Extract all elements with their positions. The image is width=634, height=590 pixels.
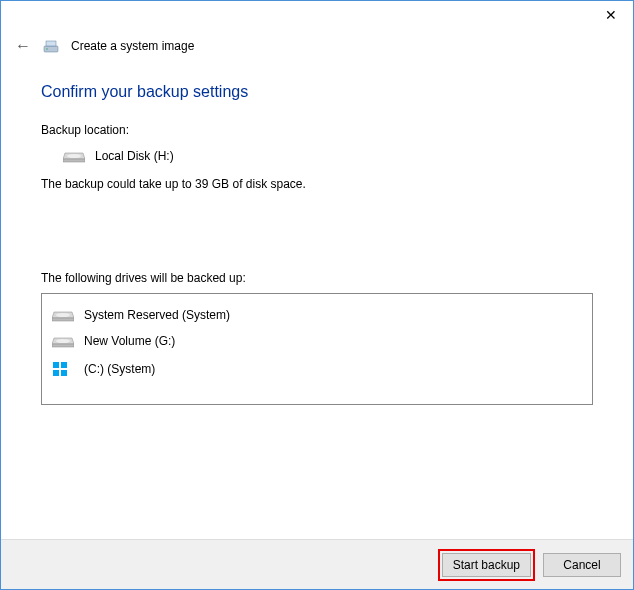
svg-point-6 xyxy=(56,313,70,317)
disk-icon xyxy=(63,149,85,163)
svg-rect-12 xyxy=(61,370,67,376)
svg-rect-0 xyxy=(44,46,58,52)
back-arrow-icon[interactable]: ← xyxy=(15,37,31,55)
header: ← Create a system image xyxy=(1,31,633,63)
drives-label: The following drives will be backed up: xyxy=(41,271,593,285)
drive-row: System Reserved (System) xyxy=(52,302,582,328)
disk-icon xyxy=(52,334,74,348)
svg-rect-3 xyxy=(63,159,85,162)
svg-rect-1 xyxy=(46,41,56,46)
disk-icon xyxy=(52,308,74,322)
drive-row: (C:) (System) xyxy=(52,354,582,384)
backup-location-value: Local Disk (H:) xyxy=(95,149,174,163)
drive-name: System Reserved (System) xyxy=(84,308,230,322)
start-backup-button[interactable]: Start backup xyxy=(442,553,531,577)
page-heading: Confirm your backup settings xyxy=(41,83,593,101)
cancel-button[interactable]: Cancel xyxy=(543,553,621,577)
backup-location-row: Local Disk (H:) xyxy=(41,149,593,163)
system-image-window: ✕ ← Create a system image Confirm your b… xyxy=(0,0,634,590)
app-icon xyxy=(43,38,59,54)
backup-location-label: Backup location: xyxy=(41,123,593,137)
svg-rect-11 xyxy=(53,370,59,376)
backup-size-text: The backup could take up to 39 GB of dis… xyxy=(41,177,593,191)
windows-icon xyxy=(52,360,74,378)
svg-point-4 xyxy=(67,154,81,158)
drive-row: New Volume (G:) xyxy=(52,328,582,354)
footer: Start backup Cancel xyxy=(1,539,633,589)
svg-rect-9 xyxy=(53,362,59,368)
close-icon[interactable]: ✕ xyxy=(599,5,623,25)
titlebar: ✕ xyxy=(1,1,633,31)
svg-rect-7 xyxy=(52,344,74,347)
content-area: Confirm your backup settings Backup loca… xyxy=(1,63,633,539)
svg-point-2 xyxy=(46,48,48,50)
svg-point-8 xyxy=(56,339,70,343)
drive-name: New Volume (G:) xyxy=(84,334,175,348)
svg-rect-5 xyxy=(52,318,74,321)
app-title: Create a system image xyxy=(71,39,194,53)
svg-rect-10 xyxy=(61,362,67,368)
highlight-annotation: Start backup xyxy=(438,549,535,581)
drives-list: System Reserved (System) New Volume (G:) xyxy=(41,293,593,405)
drive-name: (C:) (System) xyxy=(84,362,155,376)
